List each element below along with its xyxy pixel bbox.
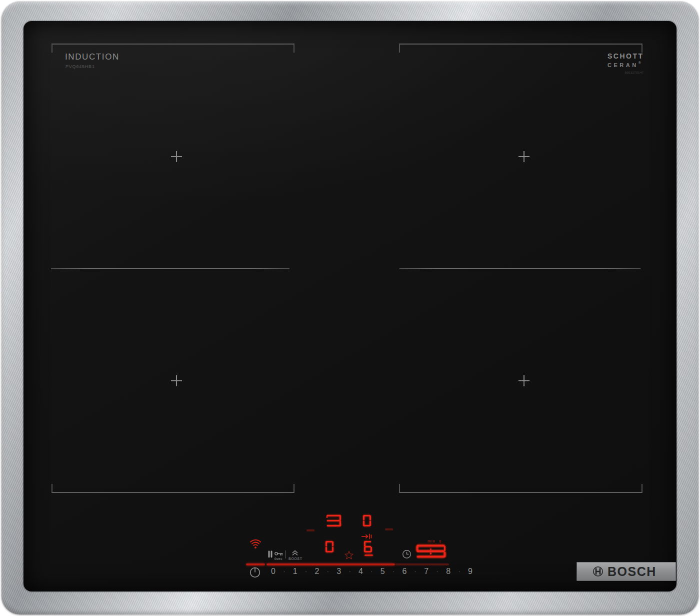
zone-bracket-rear-right <box>399 44 642 53</box>
level-8[interactable]: 8 <box>446 567 450 576</box>
favorite-star-icon[interactable] <box>344 550 354 560</box>
zone-center-marker-rear-right <box>518 151 530 162</box>
level-separator: · <box>458 568 460 574</box>
child-lock-label: 4sec <box>274 557 282 560</box>
zone-divider-left <box>51 268 290 269</box>
key-icon[interactable] <box>274 551 283 556</box>
bosch-badge: BOSCH <box>576 562 676 581</box>
slider-track-inactive <box>395 563 449 565</box>
level-separator: · <box>284 568 286 574</box>
display-rear-left <box>326 515 341 526</box>
level-separator: · <box>371 568 373 574</box>
bosch-wordmark: BOSCH <box>608 564 656 579</box>
level-separator: · <box>327 568 329 574</box>
model-label: PVQ645HB1 <box>66 64 95 69</box>
schott-line1: SCHOTT <box>608 52 644 60</box>
bosch-symbol-icon <box>592 566 604 577</box>
display-front-right <box>364 541 372 552</box>
slider-track-power-segment <box>246 563 265 565</box>
level-3[interactable]: 3 <box>336 567 341 576</box>
glass-surface: INDUCTION PVQ645HB1 SCHOTT CERAN® 900127… <box>24 21 676 591</box>
wifi-icon <box>249 537 262 549</box>
level-separator: · <box>414 568 416 574</box>
level-separator: · <box>349 568 351 574</box>
selected-zone-underline <box>364 554 373 556</box>
timer-unit-s: s <box>439 539 442 543</box>
display-rear-right <box>363 515 371 526</box>
level-9[interactable]: 9 <box>468 567 472 576</box>
level-5[interactable]: 5 <box>380 567 385 576</box>
timer-unit-min: min <box>428 539 436 543</box>
level-strip: 0 · 1 · 2 · 3 · 4 · 5 · 6 · 7 · 8 · 9 <box>271 567 472 576</box>
level-0[interactable]: 0 <box>271 567 276 576</box>
level-4[interactable]: 4 <box>358 567 363 576</box>
schott-line2: CERAN <box>608 62 638 68</box>
display-front-left <box>326 541 334 552</box>
control-divider <box>285 550 286 558</box>
zone-center-marker-front-left <box>171 375 182 386</box>
zone-center-marker-rear-left <box>171 151 182 162</box>
timer-display <box>416 545 446 557</box>
schott-code: 9001270147 <box>608 71 644 74</box>
zone-bracket-rear-left <box>52 44 294 53</box>
zone-bracket-front-left <box>52 484 294 493</box>
induction-label: INDUCTION <box>65 52 120 62</box>
boost-icon[interactable] <box>292 550 298 556</box>
induction-hob: INDUCTION PVQ645HB1 SCHOTT CERAN® 900127… <box>0 0 700 616</box>
level-separator: · <box>392 568 394 574</box>
pause-icon[interactable] <box>268 550 272 558</box>
boost-label: BOOST <box>288 557 302 560</box>
timer-units: min s <box>428 539 442 543</box>
level-1[interactable]: 1 <box>293 567 298 576</box>
schott-ceran-logo: SCHOTT CERAN® 9001270147 <box>608 52 644 74</box>
level-7[interactable]: 7 <box>424 567 428 576</box>
power-button[interactable] <box>249 566 261 578</box>
level-6[interactable]: 6 <box>402 567 407 576</box>
zone-center-marker-front-right <box>518 375 530 386</box>
level-2[interactable]: 2 <box>315 567 320 576</box>
schott-reg: ® <box>638 61 641 64</box>
zone-bracket-front-right <box>399 484 642 493</box>
bridge-zone-icon <box>361 533 372 539</box>
timer-clock-icon[interactable] <box>402 549 412 559</box>
level-separator: · <box>436 568 438 574</box>
zone-divider-right <box>400 268 640 269</box>
level-separator: · <box>305 568 307 574</box>
slider-track-active <box>266 563 395 565</box>
